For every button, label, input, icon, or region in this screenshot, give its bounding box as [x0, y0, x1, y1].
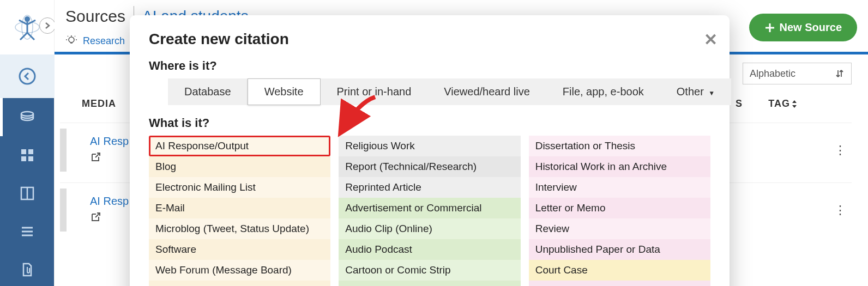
- what-option[interactable]: Dissertation or Thesis: [529, 136, 710, 156]
- what-option[interactable]: Religious Work: [339, 136, 520, 156]
- what-option[interactable]: Unpublished Paper or Data: [529, 239, 710, 260]
- where-tab-database[interactable]: Database: [168, 78, 248, 105]
- where-tab-website[interactable]: Website: [248, 78, 321, 105]
- what-option[interactable]: Software: [149, 239, 330, 260]
- what-option[interactable]: Microblog (Tweet, Status Update): [149, 218, 330, 239]
- what-option[interactable]: Review: [529, 218, 710, 239]
- what-section-label: What is it?: [149, 116, 710, 130]
- what-option[interactable]: Audio Clip (Online): [339, 218, 520, 239]
- what-option[interactable]: AI Response/Output: [149, 136, 330, 156]
- modal-backdrop: ✕ Create new citation Where is it? Datab…: [0, 0, 868, 286]
- what-grid: AI Response/OutputBlogElectronic Mailing…: [149, 136, 710, 286]
- what-option[interactable]: Cartoon or Comic Strip: [339, 260, 520, 281]
- what-option[interactable]: Audio Podcast: [339, 239, 520, 260]
- what-option[interactable]: Government Publication: [529, 281, 710, 286]
- what-option[interactable]: Blog: [149, 156, 330, 177]
- what-option[interactable]: Electronic Mailing List: [149, 177, 330, 198]
- where-tab-viewed[interactable]: Viewed/heard live: [427, 78, 546, 105]
- modal-title: Create new citation: [149, 31, 710, 48]
- what-option[interactable]: Advertisement or Commercial: [339, 198, 520, 218]
- close-icon: ✕: [704, 31, 718, 48]
- what-option[interactable]: Report (Technical/Research): [339, 156, 520, 177]
- where-tab-print[interactable]: Print or in-hand: [321, 78, 428, 105]
- what-column: Dissertation or ThesisHistorical Work in…: [529, 136, 710, 286]
- what-column: Religious WorkReport (Technical/Research…: [339, 136, 520, 286]
- where-tab-other[interactable]: Other ▼: [660, 78, 731, 105]
- where-tab-file[interactable]: File, app, e-book: [546, 78, 660, 105]
- what-option[interactable]: Letter or Memo: [529, 198, 710, 218]
- close-button[interactable]: ✕: [704, 32, 718, 48]
- what-option[interactable]: E-Mail: [149, 198, 330, 218]
- what-option[interactable]: Chart, Table, Infographic (Born Digital): [339, 281, 520, 286]
- what-option[interactable]: Historical Work in an Archive: [529, 156, 710, 177]
- what-option[interactable]: Web Page: [149, 281, 330, 286]
- caret-down-icon: ▼: [707, 89, 715, 97]
- what-option[interactable]: Interview: [529, 177, 710, 198]
- where-section-label: Where is it?: [149, 59, 710, 73]
- what-column: AI Response/OutputBlogElectronic Mailing…: [149, 136, 330, 286]
- what-option[interactable]: Web Forum (Message Board): [149, 260, 330, 281]
- where-tabs: Database Website Print or in-hand Viewed…: [168, 78, 710, 105]
- what-option[interactable]: Court Case: [529, 260, 710, 281]
- create-citation-modal: ✕ Create new citation Where is it? Datab…: [130, 15, 730, 286]
- what-option[interactable]: Reprinted Article: [339, 177, 520, 198]
